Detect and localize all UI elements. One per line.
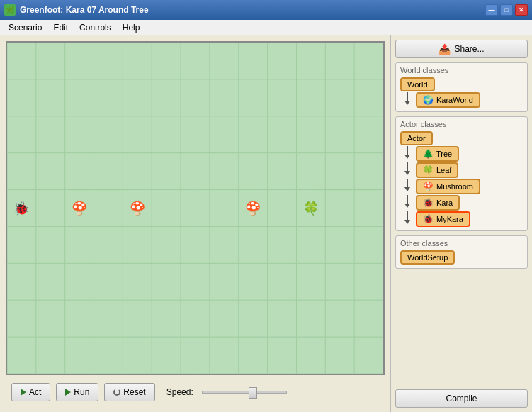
world-canvas[interactable]: 🐞🍄🍄🍄🍀 bbox=[6, 41, 385, 375]
app-icon: 🌿 bbox=[4, 4, 16, 16]
left-panel: 🐞🍄🍄🍄🍀 Act Run Reset Speed: bbox=[0, 35, 390, 412]
tree-class-box[interactable]: 🌲 Tree bbox=[416, 146, 459, 162]
world-class-box[interactable]: World bbox=[400, 77, 435, 91]
leaf-connector bbox=[400, 162, 414, 178]
karaworld-class-row: 🌍 KaraWorld bbox=[400, 92, 523, 108]
act-label: Act bbox=[29, 387, 41, 397]
compile-button[interactable]: Compile bbox=[395, 389, 528, 408]
tree-icon: 🌲 bbox=[423, 149, 434, 159]
mushroom-class-row: 🍄 Mushroom bbox=[400, 179, 523, 194]
leaf-class-name: Leaf bbox=[436, 166, 451, 174]
svg-marker-3 bbox=[404, 155, 410, 159]
right-panel: 📤 Share... World classes World � bbox=[390, 35, 532, 412]
sprite-kara: 🐞 bbox=[11, 199, 31, 218]
kara-class-name: Kara bbox=[436, 199, 453, 207]
kara-class-box[interactable]: 🐞 Kara bbox=[416, 195, 460, 211]
world-class-row: World bbox=[400, 77, 523, 91]
karaworld-class-box[interactable]: 🌍 KaraWorld bbox=[416, 92, 480, 108]
tree-class-row: 🌲 Tree bbox=[400, 146, 523, 162]
speed-thumb[interactable] bbox=[249, 387, 257, 399]
tree-class-name: Tree bbox=[436, 150, 452, 158]
main-area: 🐞🍄🍄🍄🍀 Act Run Reset Speed: bbox=[0, 35, 532, 412]
actor-class-box[interactable]: Actor bbox=[400, 131, 433, 145]
mushroom-icon: 🍄 bbox=[423, 182, 434, 191]
mykara-icon: 🐞 bbox=[423, 214, 434, 224]
share-button[interactable]: 📤 Share... bbox=[395, 40, 528, 58]
svg-marker-5 bbox=[404, 171, 410, 175]
speed-label: Speed: bbox=[166, 387, 193, 397]
svg-marker-11 bbox=[404, 220, 410, 224]
actor-class-tree: Actor 🌲 Tree bbox=[400, 131, 523, 227]
worldsetup-class-box[interactable]: WorldSetup bbox=[400, 250, 455, 265]
menu-controls[interactable]: Controls bbox=[74, 21, 117, 34]
actor-class-row: Actor bbox=[400, 131, 523, 145]
kara-class-row: 🐞 Kara bbox=[400, 195, 523, 211]
sprite-leaf: 🍀 bbox=[301, 199, 321, 218]
world-classes-title: World classes bbox=[400, 66, 523, 74]
actor-classes-title: Actor classes bbox=[400, 120, 523, 128]
run-play-icon bbox=[65, 389, 71, 396]
minimize-button[interactable]: — bbox=[485, 4, 498, 16]
svg-marker-9 bbox=[404, 204, 410, 208]
window-controls: — □ ✕ bbox=[485, 4, 528, 16]
mushroom-class-name: Mushroom bbox=[436, 182, 473, 191]
spacer bbox=[395, 273, 528, 385]
share-icon: 📤 bbox=[438, 43, 451, 55]
mushroom-connector bbox=[400, 179, 414, 194]
reset-label: Reset bbox=[123, 387, 145, 397]
compile-label: Compile bbox=[446, 394, 477, 403]
world-classes-section: World classes World 🌍 KaraWorld bbox=[395, 62, 528, 112]
leaf-class-box[interactable]: 🍀 Leaf bbox=[416, 162, 458, 178]
kara-icon: 🐞 bbox=[423, 198, 434, 208]
tree-connector bbox=[400, 146, 414, 162]
world-class-tree: World 🌍 KaraWorld bbox=[400, 77, 523, 108]
menu-help[interactable]: Help bbox=[117, 21, 146, 34]
act-play-icon bbox=[21, 389, 26, 396]
run-button[interactable]: Run bbox=[56, 383, 98, 401]
reset-icon bbox=[113, 389, 120, 396]
svg-marker-7 bbox=[404, 187, 410, 191]
karaworld-connector bbox=[400, 92, 414, 108]
leaf-class-row: 🍀 Leaf bbox=[400, 162, 523, 178]
window-title: Greenfoot: Kara 07 Around Tree bbox=[20, 5, 485, 15]
run-label: Run bbox=[74, 387, 89, 397]
menu-scenario[interactable]: Scenario bbox=[3, 21, 47, 34]
other-class-tree: WorldSetup bbox=[400, 250, 523, 265]
sprite-stump: 🍄 bbox=[128, 199, 147, 218]
reset-button[interactable]: Reset bbox=[104, 383, 154, 401]
sprite-stump: 🍄 bbox=[243, 199, 263, 218]
mykara-connector bbox=[400, 211, 414, 227]
mykara-class-box[interactable]: 🐞 MyKara bbox=[416, 211, 470, 227]
menu-bar: Scenario Edit Controls Help bbox=[0, 20, 532, 35]
menu-edit[interactable]: Edit bbox=[47, 21, 74, 34]
karaworld-icon: 🌍 bbox=[423, 95, 434, 105]
mushroom-class-box[interactable]: 🍄 Mushroom bbox=[416, 179, 480, 194]
act-button[interactable]: Act bbox=[11, 383, 50, 401]
kara-connector bbox=[400, 195, 414, 211]
sprite-stump: 🍄 bbox=[69, 199, 89, 218]
actor-classes-section: Actor classes Actor 🌲 Tree bbox=[395, 116, 528, 231]
speed-slider[interactable] bbox=[202, 391, 287, 394]
other-classes-title: Other classes bbox=[400, 239, 523, 247]
leaf-icon: 🍀 bbox=[423, 165, 434, 175]
title-bar: 🌿 Greenfoot: Kara 07 Around Tree — □ ✕ bbox=[0, 0, 532, 20]
actor-class-name: Actor bbox=[407, 134, 426, 143]
share-label: Share... bbox=[454, 44, 484, 54]
svg-marker-1 bbox=[404, 101, 410, 105]
mykara-class-name: MyKara bbox=[436, 215, 463, 223]
mykara-class-row: 🐞 MyKara bbox=[400, 211, 523, 227]
close-button[interactable]: ✕ bbox=[515, 4, 528, 16]
controls-bar: Act Run Reset Speed: bbox=[6, 378, 385, 406]
worldsetup-class-name: WorldSetup bbox=[407, 253, 448, 262]
worldsetup-class-row: WorldSetup bbox=[400, 250, 523, 265]
other-classes-section: Other classes WorldSetup bbox=[395, 235, 528, 269]
maximize-button[interactable]: □ bbox=[500, 4, 513, 16]
karaworld-class-name: KaraWorld bbox=[436, 96, 473, 104]
world-class-name: World bbox=[407, 80, 428, 89]
